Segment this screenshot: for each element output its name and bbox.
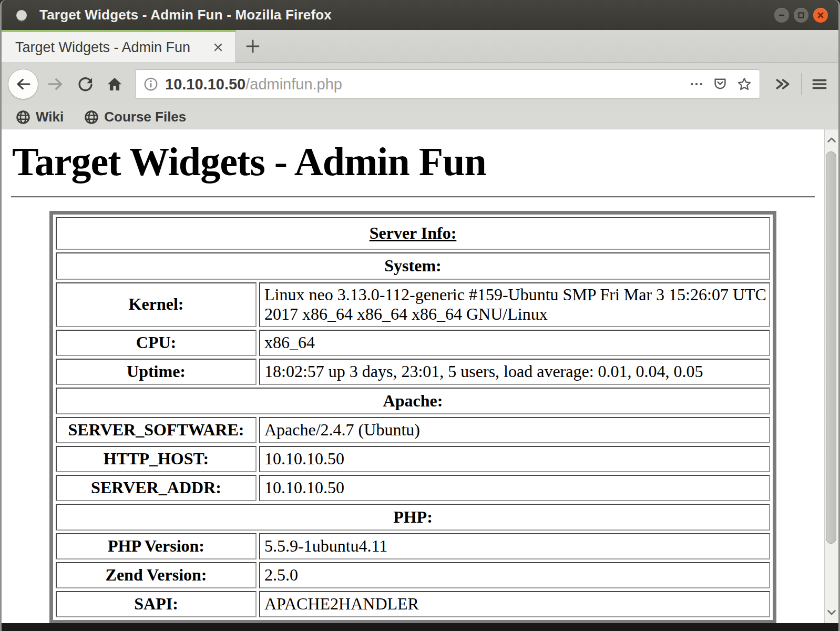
table-row: Uptime: 18:02:57 up 3 days, 23:01, 5 use… [56,359,770,385]
bookmarks-toolbar: Wiki Course Files [2,105,838,129]
chevron-up-icon [827,137,836,143]
row-value: APACHE2HANDLER [259,591,770,617]
info-icon [143,76,159,92]
pocket-icon [712,76,728,92]
plus-icon [245,38,261,54]
minimize-icon [777,11,786,19]
maximize-icon [797,11,805,19]
table-row: Kernel: Linux neo 3.13.0-112-generic #15… [56,282,770,328]
tab-close-button[interactable] [209,38,227,56]
pocket-button[interactable] [712,76,728,92]
maximize-button[interactable] [794,8,808,23]
section-header-php: PHP: [56,504,770,531]
server-info-title: Server Info: [370,223,457,242]
row-value: 10.10.10.50 [259,446,770,472]
row-label: SAPI: [56,591,257,617]
table-title-row: Server Info: [56,217,770,250]
tab-bar: Target Widgets - Admin Fun [2,30,838,63]
section-header-apache: Apache: [56,388,770,415]
bookmark-label: Course Files [104,109,186,125]
home-button[interactable] [103,72,127,96]
row-value: x86_64 [259,330,770,356]
table-row: HTTP_HOST: 10.10.10.50 [56,446,770,472]
hamburger-icon [811,76,828,93]
row-label: Kernel: [56,282,257,328]
window-controls [774,8,828,23]
back-button[interactable] [8,69,38,99]
chevron-down-icon [827,609,836,616]
row-value: 5.5.9-1ubuntu4.11 [259,533,770,559]
row-label: Zend Version: [56,562,257,588]
ellipsis-icon [689,77,704,91]
toolbar-separator [801,73,802,95]
home-icon [106,76,123,93]
minimize-button[interactable] [774,8,789,23]
row-value: 10.10.10.50 [259,475,770,501]
row-label: CPU: [56,330,257,356]
bookmark-wiki[interactable]: Wiki [15,109,64,125]
table-row: SERVER_ADDR: 10.10.10.50 [56,475,770,501]
tab-target-widgets[interactable]: Target Widgets - Admin Fun [2,30,236,63]
tab-label: Target Widgets - Admin Fun [15,39,204,56]
bookmark-course-files[interactable]: Course Files [84,109,186,125]
close-icon [816,11,825,19]
url-host: 10.10.10.50 [165,76,245,93]
window-bottom-edge [2,623,838,631]
url-path: /adminfun.php [245,76,342,93]
row-value: Apache/2.4.7 (Ubuntu) [259,417,770,443]
server-info-table: Server Info: System: Kernel: Linux neo 3… [49,211,776,623]
title-bar[interactable]: Target Widgets - Admin Fun - Mozilla Fir… [2,0,838,30]
page-actions-button[interactable] [689,77,704,91]
overflow-menu-button[interactable] [774,75,792,93]
window-title: Target Widgets - Admin Fun - Mozilla Fir… [39,7,332,23]
firefox-window: Target Widgets - Admin Fun - Mozilla Fir… [0,0,840,631]
site-info-button[interactable] [143,76,159,92]
window-icon[interactable] [16,10,27,21]
url-text: 10.10.10.50/adminfun.php [165,76,342,93]
table-row: PHP Version: 5.5.9-1ubuntu4.11 [56,533,770,559]
forward-arrow-icon [47,75,65,93]
forward-button[interactable] [44,72,68,96]
bookmark-label: Wiki [36,109,64,125]
section-row: Apache: [56,388,770,415]
horizontal-rule [11,196,815,197]
scroll-down-button[interactable] [825,602,838,623]
reload-icon [77,76,94,93]
row-label: PHP Version: [56,533,257,559]
page-content: Target Widgets - Admin Fun Server Info: … [2,129,824,623]
star-icon [736,76,752,92]
row-label: SERVER_ADDR: [56,475,257,501]
section-row: System: [56,252,770,280]
scrollbar-thumb[interactable] [826,151,836,544]
scroll-up-button[interactable] [825,129,838,150]
reload-button[interactable] [73,72,97,96]
section-header-system: System: [56,252,770,280]
navigation-toolbar: 10.10.10.50/adminfun.php [2,63,838,105]
row-label: SERVER_SOFTWARE: [56,417,257,443]
vertical-scrollbar[interactable] [824,129,838,623]
row-value: 18:02:57 up 3 days, 23:01, 5 users, load… [259,359,770,385]
new-tab-button[interactable] [236,30,270,63]
back-arrow-icon [15,76,32,93]
row-label: HTTP_HOST: [56,446,257,472]
row-value: Linux neo 3.13.0-112-generic #159-Ubuntu… [259,282,770,328]
row-label: Uptime: [56,359,257,385]
table-row: SERVER_SOFTWARE: Apache/2.4.7 (Ubuntu) [56,417,770,443]
close-button[interactable] [813,8,828,23]
table-row: SAPI: APACHE2HANDLER [56,591,770,617]
globe-icon [15,109,31,125]
double-chevron-icon [774,75,792,93]
page-title: Target Widgets - Admin Fun [12,139,814,185]
hamburger-menu-button[interactable] [811,76,828,93]
globe-icon [84,109,99,125]
table-row: CPU: x86_64 [56,330,770,356]
section-row: PHP: [56,504,770,531]
tab-close-icon [212,42,224,53]
bookmark-star-button[interactable] [736,76,752,92]
table-row: Zend Version: 2.5.0 [56,562,770,588]
url-bar[interactable]: 10.10.10.50/adminfun.php [135,69,760,99]
row-value: 2.5.0 [259,562,770,588]
